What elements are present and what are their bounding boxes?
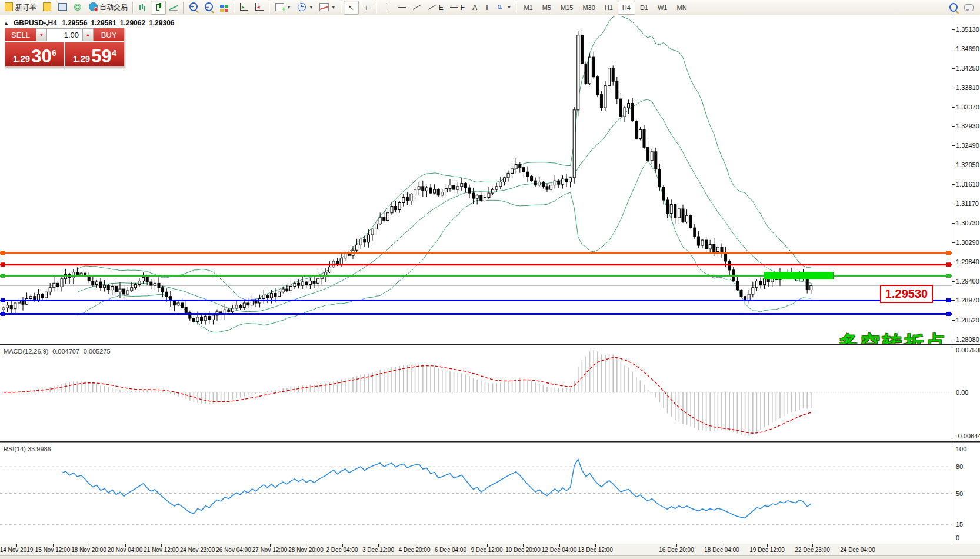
candle-body [429,188,432,193]
candle-body [270,294,272,298]
resistance-line-2-handle[interactable] [1,262,5,267]
volume-decrease-button[interactable]: ▼ [36,28,47,41]
chart-shift-button[interactable] [252,1,267,15]
candlestick-chart-button[interactable] [151,1,166,15]
cursor-button[interactable]: ↖ [344,1,359,15]
volume-input[interactable]: 1.00 [47,28,82,41]
resistance-line-1-handle[interactable] [1,251,5,255]
timeframe-m30-button[interactable]: M30 [578,1,599,15]
axis-tick [952,223,955,224]
candle-body [468,188,471,193]
buy-button[interactable]: BUY [94,28,124,41]
timeframe-h4-button[interactable]: H4 [618,1,635,15]
trendline-button[interactable] [409,1,425,15]
hline-icon [397,3,406,12]
volume-increase-button[interactable]: ▲ [82,28,94,41]
rsi-line [62,459,811,518]
terminal-button[interactable] [55,1,70,15]
pivot-line-handle[interactable] [946,274,951,278]
timeframe-m5-button[interactable]: M5 [538,1,556,15]
text-button[interactable]: A [468,1,480,15]
tile-windows-button[interactable] [216,1,232,15]
candle-body [22,301,24,304]
candle-body [643,129,645,147]
support-line-1-handle[interactable] [946,298,951,302]
green-zone-rectangle[interactable] [764,272,834,280]
sell-button[interactable]: SELL [5,28,36,41]
resistance-line-1-handle[interactable] [946,251,951,255]
candle-body [713,245,715,252]
line-chart-button[interactable] [166,1,181,15]
candle-body [538,182,541,185]
timeframe-w1-button[interactable]: W1 [653,1,672,15]
pivot-line-handle[interactable] [1,274,5,278]
bollinger-band-line [77,16,811,300]
arrows-button[interactable]: ⇅▼ [492,1,514,15]
label-button[interactable]: T [480,1,492,15]
cursor-icon: ↖ [346,3,356,12]
candle-body [134,285,136,288]
dropdown-caret-icon[interactable]: ▼ [331,5,336,10]
support-line-2-handle[interactable] [946,312,951,316]
timeframe-m1-button[interactable]: M1 [519,1,537,15]
support-line-1-handle[interactable] [1,298,5,302]
timeframe-d1-button[interactable]: D1 [635,1,653,15]
rsi-axis-label: 50 [956,490,963,497]
zoom-in-button[interactable]: + [186,1,201,15]
candle-body [119,289,121,292]
candle-body [177,303,179,305]
candle-body [651,152,653,161]
chart-window-button[interactable] [39,1,55,15]
crosshair-button[interactable]: + [359,1,374,15]
autotrading-button[interactable]: 自动交易 [85,1,131,15]
timeframe-h1-button[interactable]: H1 [600,1,618,15]
vertical-line-button[interactable] [379,1,394,15]
candle-body [286,289,288,291]
search-button[interactable] [946,1,961,15]
candle-body [441,192,444,195]
candle-body [162,288,164,292]
resistance-line-2-handle[interactable] [946,262,951,267]
timeframe-m15-button[interactable]: M15 [556,1,578,15]
new-chart-button[interactable]: ▼ [272,1,294,15]
candle-body [810,285,812,290]
candle-body [624,108,626,117]
candle-body [301,282,304,285]
fibonacci-button[interactable]: F [446,1,468,15]
axis-tick [952,107,955,108]
timeframe-mn-button[interactable]: MN [672,1,691,15]
main-chart-plot[interactable]: 1.29530多空转折点 [0,16,952,344]
candle-body [185,307,187,312]
candle-body [239,305,242,308]
price-axis-label: 1.33810 [956,84,979,91]
rsi-panel[interactable] [0,443,952,544]
chat-button[interactable] [961,1,976,15]
candle-body [294,283,296,286]
channel-button[interactable]: E [425,1,446,15]
collapse-arrow-icon[interactable]: ▲ [4,20,9,26]
support-line-2-handle[interactable] [1,312,5,316]
auto-scroll-button[interactable] [236,1,252,15]
dropdown-caret-icon[interactable]: ▼ [309,5,314,10]
dropdown-caret-icon[interactable]: ▼ [506,5,511,10]
time-axis-label: 14 Nov 2019 [0,547,33,553]
macd-panel[interactable] [0,345,952,441]
signal-icon [73,2,82,12]
buy-price-button[interactable]: 1.29594 [65,42,124,66]
bar-chart-button[interactable] [135,1,151,15]
price-tag-label[interactable]: 1.29530 [880,285,933,303]
dropdown-caret-icon[interactable]: ▼ [286,5,291,10]
candle-body [716,247,719,251]
horizontal-line-button[interactable] [394,1,409,15]
axis-tick [952,68,955,69]
candle-body [600,95,602,108]
price-axis[interactable]: 1.351301.346901.342501.338101.333701.329… [952,16,980,344]
signals-button[interactable] [70,1,85,15]
candle-body [282,289,284,292]
indicators-button[interactable]: ▼ [316,1,339,15]
period-button[interactable]: ▼ [294,1,316,15]
sell-price-button[interactable]: 1.29306 [5,42,64,66]
new-order-button[interactable]: 新订单 [1,1,39,15]
time-axis[interactable]: 14 Nov 201915 Nov 12:0018 Nov 20:0020 No… [0,544,980,556]
zoom-out-button[interactable]: − [201,1,216,15]
